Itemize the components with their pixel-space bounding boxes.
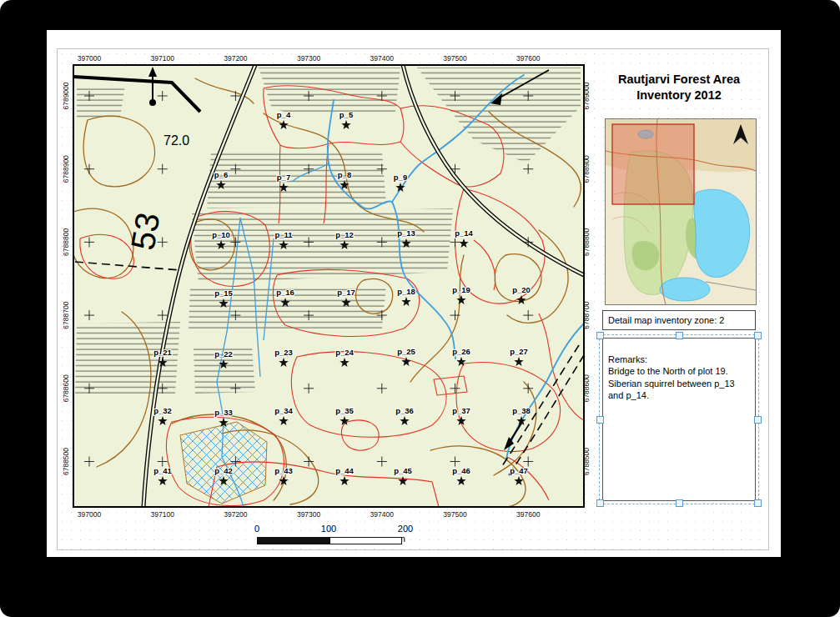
plot-label: p_13 — [397, 228, 415, 238]
plot-label: p_42 — [214, 466, 233, 475]
plot-label: p_33 — [214, 408, 233, 417]
detail-zone-label-item[interactable]: Detail map inventory zone: 2 — [602, 310, 756, 330]
grid-label-x: 397300 — [297, 54, 321, 63]
layout-title-item[interactable]: Rautjarvi Forest Area Inventory 2012 — [602, 72, 756, 103]
grid-label-x: 397000 — [78, 510, 102, 519]
plot-label: p_37 — [452, 406, 470, 415]
detail-zone-text: Detail map inventory zone: 2 — [608, 315, 724, 325]
plot-label: p_34 — [274, 406, 293, 415]
plot-label: p_10 — [212, 230, 230, 239]
plot-label: p_19 — [452, 285, 470, 294]
scalebar-bar — [257, 537, 402, 544]
plot-label: p_25 — [397, 347, 415, 356]
plot-label: p_38 — [512, 406, 531, 415]
overview-map-graphic — [606, 119, 756, 304]
grid-label-x: 397100 — [151, 510, 175, 519]
grid-label-x: 397200 — [224, 510, 248, 519]
plot-label: p_6 — [214, 170, 228, 179]
plot-label: p_26 — [452, 347, 470, 356]
plot-label: p_41 — [153, 466, 172, 475]
scalebar-segment-empty — [329, 538, 402, 544]
plot-label: p_44 — [335, 466, 354, 475]
plot-label: p_11 — [274, 230, 293, 239]
plot-label: p_8 — [338, 170, 351, 179]
plot-label: p_21 — [153, 348, 172, 357]
plot-label: p_23 — [274, 348, 293, 357]
grid-label-y: 6789000 — [62, 82, 70, 109]
layout-canvas: 72.0 53 p_4p_5p_6p_7p_8p_9p_10p_11p_12p_… — [47, 30, 781, 557]
scalebar-segment-filled — [258, 538, 329, 544]
grid-label-x: 397100 — [151, 54, 175, 63]
title-line1: Rautjarvi Forest Area — [602, 72, 756, 88]
grid-label-x: 397400 — [370, 54, 395, 63]
plot-label: p_5 — [340, 110, 354, 119]
scalebar-item[interactable]: 0 100 200 m — [257, 524, 400, 550]
grid-label-x: 397500 — [443, 54, 467, 63]
overview-map-item[interactable] — [605, 118, 757, 305]
grid-label-y: 6788500 — [582, 448, 591, 475]
grid-label-y: 6788700 — [62, 301, 70, 329]
plot-label: p_14 — [455, 228, 473, 238]
title-line2: Inventory 2012 — [602, 88, 756, 103]
scalebar-label-0: 0 — [254, 524, 259, 534]
detail-map-item[interactable]: 72.0 53 p_4p_5p_6p_7p_8p_9p_10p_11p_12p_… — [60, 53, 597, 520]
detail-extent-highlight — [612, 124, 694, 204]
spot-elevation-label: 72.0 — [163, 133, 189, 148]
plot-label: p_9 — [394, 173, 407, 182]
plot-label: p_16 — [276, 288, 294, 297]
grid-label-y: 6788800 — [62, 228, 70, 256]
grid-label-y: 6788900 — [62, 155, 70, 183]
plot-label: p_12 — [335, 230, 354, 239]
plot-label: p_20 — [512, 285, 531, 294]
scalebar-label-100: 100 — [321, 524, 336, 534]
plot-label: p_36 — [395, 406, 414, 415]
grid-label-y: 6788500 — [62, 448, 70, 475]
plot-label: p_43 — [274, 466, 293, 475]
grid-label-y: 6788900 — [582, 155, 591, 183]
plot-label: p_27 — [510, 347, 528, 356]
grid-label-y: 6789000 — [582, 82, 591, 109]
grid-label-y: 6788800 — [582, 228, 591, 256]
grid-label-x: 397500 — [443, 510, 467, 519]
grid-label-x: 397000 — [78, 54, 102, 63]
plot-label: p_22 — [214, 349, 233, 359]
screenshot-background: 72.0 53 p_4p_5p_6p_7p_8p_9p_10p_11p_12p_… — [0, 0, 840, 617]
plot-label: p_32 — [153, 406, 172, 415]
grid-label-y: 6788600 — [62, 374, 70, 402]
plot-label: p_18 — [397, 287, 415, 296]
remarks-box-item[interactable]: Remarks: Bridge to the North of plot 19.… — [602, 338, 756, 501]
plot-label: p_35 — [335, 406, 354, 415]
plot-label: p_47 — [510, 466, 528, 475]
road-number-label: 53 — [124, 210, 167, 253]
plot-label: p_46 — [452, 466, 470, 475]
plot-label: p_7 — [277, 173, 290, 182]
remarks-text: Remarks: Bridge to the North of plot 19.… — [608, 354, 735, 401]
grid-label-x: 397600 — [516, 510, 541, 519]
grid-label-y: 6788700 — [582, 301, 591, 329]
grid-label-y: 6788600 — [582, 374, 591, 402]
plot-label: p_45 — [394, 466, 412, 475]
plot-label: p_4 — [277, 110, 291, 119]
grid-label-x: 397400 — [370, 510, 395, 519]
grid-label-x: 397300 — [297, 510, 321, 519]
plot-label: p_17 — [337, 288, 355, 297]
plot-label: p_15 — [214, 288, 233, 298]
grid-label-x: 397200 — [224, 54, 248, 63]
grid-label-x: 397600 — [516, 54, 541, 63]
plot-label: p_24 — [335, 348, 354, 357]
